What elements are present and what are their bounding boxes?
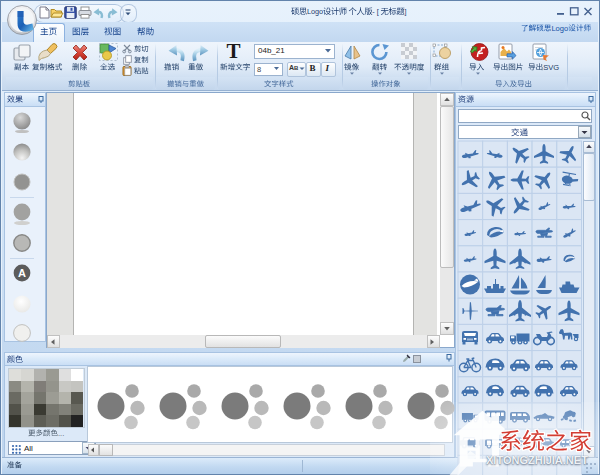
svg-text:]: ] [404, 7, 406, 16]
svg-text:Logo: Logo [307, 7, 323, 16]
svg-text:Logo: Logo [551, 23, 568, 32]
svg-text:- [: - [ [372, 7, 379, 16]
svg-text:A: A [18, 267, 26, 279]
svg-text:...: ... [58, 429, 64, 438]
svg-text:SVG: SVG [544, 63, 560, 72]
